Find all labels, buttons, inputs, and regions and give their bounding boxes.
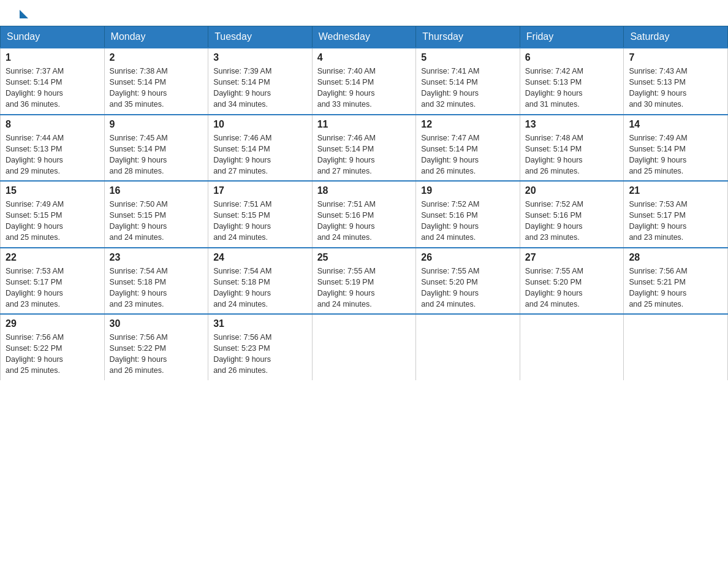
day-info: Sunrise: 7:46 AMSunset: 5:14 PMDaylight:… bbox=[317, 132, 411, 177]
day-number: 30 bbox=[110, 318, 203, 329]
calendar-header-sunday: Sunday bbox=[1, 26, 105, 48]
calendar-header-saturday: Saturday bbox=[624, 26, 728, 48]
calendar-cell bbox=[312, 314, 416, 380]
calendar-cell: 23Sunrise: 7:54 AMSunset: 5:18 PMDayligh… bbox=[104, 248, 208, 315]
day-number: 19 bbox=[421, 185, 515, 196]
day-info: Sunrise: 7:49 AMSunset: 5:14 PMDaylight:… bbox=[629, 132, 722, 177]
day-info: Sunrise: 7:41 AMSunset: 5:14 PMDaylight:… bbox=[421, 66, 515, 110]
day-info: Sunrise: 7:44 AMSunset: 5:13 PMDaylight:… bbox=[6, 132, 99, 177]
day-info: Sunrise: 7:51 AMSunset: 5:16 PMDaylight:… bbox=[317, 199, 411, 243]
day-info: Sunrise: 7:46 AMSunset: 5:14 PMDaylight:… bbox=[213, 132, 307, 177]
day-number: 27 bbox=[525, 252, 619, 263]
calendar-cell: 3Sunrise: 7:39 AMSunset: 5:14 PMDaylight… bbox=[208, 48, 313, 115]
day-number: 23 bbox=[110, 252, 203, 263]
day-number: 31 bbox=[213, 318, 307, 329]
calendar-cell: 17Sunrise: 7:51 AMSunset: 5:15 PMDayligh… bbox=[208, 181, 313, 248]
calendar-header-tuesday: Tuesday bbox=[208, 26, 313, 48]
calendar-header-wednesday: Wednesday bbox=[312, 26, 416, 48]
day-info: Sunrise: 7:56 AMSunset: 5:22 PMDaylight:… bbox=[110, 332, 203, 377]
day-info: Sunrise: 7:56 AMSunset: 5:22 PMDaylight:… bbox=[6, 332, 99, 377]
day-info: Sunrise: 7:51 AMSunset: 5:15 PMDaylight:… bbox=[213, 199, 307, 243]
day-number: 10 bbox=[213, 119, 307, 130]
calendar-cell: 25Sunrise: 7:55 AMSunset: 5:19 PMDayligh… bbox=[312, 248, 416, 315]
calendar-cell: 24Sunrise: 7:54 AMSunset: 5:18 PMDayligh… bbox=[208, 248, 313, 315]
day-number: 8 bbox=[6, 119, 99, 130]
day-info: Sunrise: 7:43 AMSunset: 5:13 PMDaylight:… bbox=[629, 66, 722, 110]
calendar-cell bbox=[416, 314, 520, 380]
day-number: 5 bbox=[421, 52, 515, 63]
day-info: Sunrise: 7:54 AMSunset: 5:18 PMDaylight:… bbox=[110, 266, 203, 310]
day-info: Sunrise: 7:52 AMSunset: 5:16 PMDaylight:… bbox=[421, 199, 515, 243]
calendar-cell: 22Sunrise: 7:53 AMSunset: 5:17 PMDayligh… bbox=[1, 248, 105, 315]
day-info: Sunrise: 7:54 AMSunset: 5:18 PMDaylight:… bbox=[213, 266, 307, 310]
calendar-week-row-4: 22Sunrise: 7:53 AMSunset: 5:17 PMDayligh… bbox=[1, 248, 728, 315]
day-info: Sunrise: 7:48 AMSunset: 5:14 PMDaylight:… bbox=[525, 132, 619, 177]
day-number: 17 bbox=[213, 185, 307, 196]
day-number: 21 bbox=[629, 185, 722, 196]
day-number: 16 bbox=[110, 185, 203, 196]
calendar-cell: 4Sunrise: 7:40 AMSunset: 5:14 PMDaylight… bbox=[312, 48, 416, 115]
calendar-cell: 6Sunrise: 7:42 AMSunset: 5:13 PMDaylight… bbox=[520, 48, 624, 115]
calendar-cell: 8Sunrise: 7:44 AMSunset: 5:13 PMDaylight… bbox=[1, 115, 105, 182]
day-info: Sunrise: 7:56 AMSunset: 5:23 PMDaylight:… bbox=[213, 332, 307, 377]
day-number: 12 bbox=[421, 119, 515, 130]
calendar-header-thursday: Thursday bbox=[416, 26, 520, 48]
day-info: Sunrise: 7:49 AMSunset: 5:15 PMDaylight:… bbox=[6, 199, 99, 243]
day-info: Sunrise: 7:53 AMSunset: 5:17 PMDaylight:… bbox=[6, 266, 99, 310]
calendar-cell: 7Sunrise: 7:43 AMSunset: 5:13 PMDaylight… bbox=[624, 48, 728, 115]
calendar-header-friday: Friday bbox=[520, 26, 624, 48]
calendar-cell: 2Sunrise: 7:38 AMSunset: 5:14 PMDaylight… bbox=[104, 48, 208, 115]
calendar-week-row-3: 15Sunrise: 7:49 AMSunset: 5:15 PMDayligh… bbox=[1, 181, 728, 248]
calendar-cell: 12Sunrise: 7:47 AMSunset: 5:14 PMDayligh… bbox=[416, 115, 520, 182]
calendar-cell: 19Sunrise: 7:52 AMSunset: 5:16 PMDayligh… bbox=[416, 181, 520, 248]
day-info: Sunrise: 7:45 AMSunset: 5:14 PMDaylight:… bbox=[110, 132, 203, 177]
page-header bbox=[0, 0, 728, 26]
calendar-cell: 5Sunrise: 7:41 AMSunset: 5:14 PMDaylight… bbox=[416, 48, 520, 115]
day-info: Sunrise: 7:50 AMSunset: 5:15 PMDaylight:… bbox=[110, 199, 203, 243]
calendar-cell: 9Sunrise: 7:45 AMSunset: 5:14 PMDaylight… bbox=[104, 115, 208, 182]
calendar-cell bbox=[624, 314, 728, 380]
calendar-cell: 21Sunrise: 7:53 AMSunset: 5:17 PMDayligh… bbox=[624, 181, 728, 248]
day-info: Sunrise: 7:55 AMSunset: 5:19 PMDaylight:… bbox=[317, 266, 411, 310]
calendar-cell: 31Sunrise: 7:56 AMSunset: 5:23 PMDayligh… bbox=[208, 314, 313, 380]
calendar-cell: 10Sunrise: 7:46 AMSunset: 5:14 PMDayligh… bbox=[208, 115, 313, 182]
day-number: 22 bbox=[6, 252, 99, 263]
logo-arrow-icon bbox=[20, 10, 28, 18]
calendar-cell: 16Sunrise: 7:50 AMSunset: 5:15 PMDayligh… bbox=[104, 181, 208, 248]
day-number: 28 bbox=[629, 252, 722, 263]
day-info: Sunrise: 7:37 AMSunset: 5:14 PMDaylight:… bbox=[6, 66, 99, 110]
calendar-cell: 26Sunrise: 7:55 AMSunset: 5:20 PMDayligh… bbox=[416, 248, 520, 315]
calendar-header-row: SundayMondayTuesdayWednesdayThursdayFrid… bbox=[1, 26, 728, 48]
day-info: Sunrise: 7:40 AMSunset: 5:14 PMDaylight:… bbox=[317, 66, 411, 110]
calendar-cell bbox=[520, 314, 624, 380]
calendar-table: SundayMondayTuesdayWednesdayThursdayFrid… bbox=[0, 26, 728, 380]
logo bbox=[18, 11, 28, 20]
day-number: 26 bbox=[421, 252, 515, 263]
day-number: 29 bbox=[6, 318, 99, 329]
day-number: 4 bbox=[317, 52, 411, 63]
calendar-cell: 11Sunrise: 7:46 AMSunset: 5:14 PMDayligh… bbox=[312, 115, 416, 182]
day-number: 2 bbox=[110, 52, 203, 63]
day-info: Sunrise: 7:55 AMSunset: 5:20 PMDaylight:… bbox=[525, 266, 619, 310]
day-number: 14 bbox=[629, 119, 722, 130]
calendar-cell: 30Sunrise: 7:56 AMSunset: 5:22 PMDayligh… bbox=[104, 314, 208, 380]
day-info: Sunrise: 7:38 AMSunset: 5:14 PMDaylight:… bbox=[110, 66, 203, 110]
day-number: 24 bbox=[213, 252, 307, 263]
day-number: 25 bbox=[317, 252, 411, 263]
day-info: Sunrise: 7:52 AMSunset: 5:16 PMDaylight:… bbox=[525, 199, 619, 243]
calendar-cell: 29Sunrise: 7:56 AMSunset: 5:22 PMDayligh… bbox=[1, 314, 105, 380]
day-info: Sunrise: 7:56 AMSunset: 5:21 PMDaylight:… bbox=[629, 266, 722, 310]
calendar-week-row-1: 1Sunrise: 7:37 AMSunset: 5:14 PMDaylight… bbox=[1, 48, 728, 115]
day-info: Sunrise: 7:47 AMSunset: 5:14 PMDaylight:… bbox=[421, 132, 515, 177]
day-number: 15 bbox=[6, 185, 99, 196]
calendar-week-row-5: 29Sunrise: 7:56 AMSunset: 5:22 PMDayligh… bbox=[1, 314, 728, 380]
day-info: Sunrise: 7:42 AMSunset: 5:13 PMDaylight:… bbox=[525, 66, 619, 110]
day-info: Sunrise: 7:39 AMSunset: 5:14 PMDaylight:… bbox=[213, 66, 307, 110]
calendar-cell: 15Sunrise: 7:49 AMSunset: 5:15 PMDayligh… bbox=[1, 181, 105, 248]
day-number: 3 bbox=[213, 52, 307, 63]
day-number: 6 bbox=[525, 52, 619, 63]
calendar-cell: 20Sunrise: 7:52 AMSunset: 5:16 PMDayligh… bbox=[520, 181, 624, 248]
calendar-cell: 27Sunrise: 7:55 AMSunset: 5:20 PMDayligh… bbox=[520, 248, 624, 315]
day-number: 18 bbox=[317, 185, 411, 196]
calendar-cell: 14Sunrise: 7:49 AMSunset: 5:14 PMDayligh… bbox=[624, 115, 728, 182]
